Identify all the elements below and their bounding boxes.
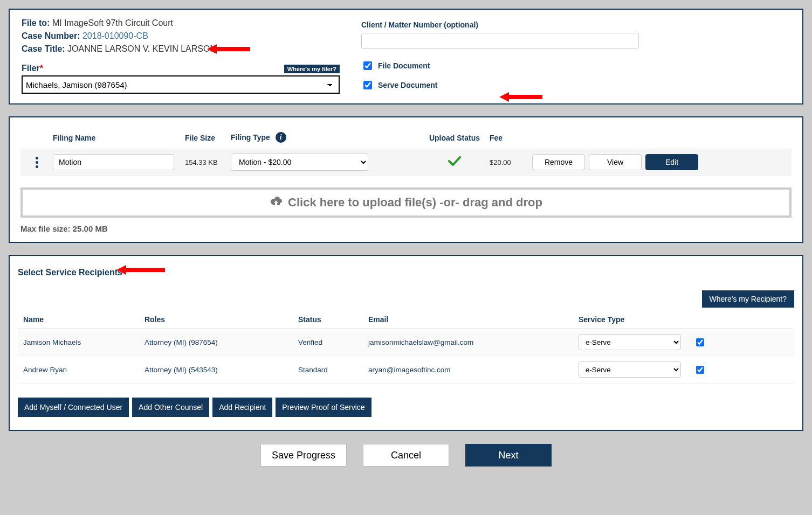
recipient-checkbox[interactable]: [696, 366, 704, 374]
filer-select[interactable]: Michaels, Jamison (987654): [22, 75, 340, 94]
service-type-select[interactable]: e-Serve: [579, 361, 681, 378]
col-filing-name: Filing Name: [53, 134, 185, 142]
rc-col-service-type: Service Type: [579, 315, 686, 324]
file-to-label: File to:: [22, 18, 50, 27]
footer-nav: Save Progress Cancel Next: [9, 444, 803, 467]
filing-fee-value: $20.00: [490, 158, 530, 166]
serve-document-label[interactable]: Serve Document: [378, 81, 437, 89]
preview-proof-button[interactable]: Preview Proof of Service: [276, 398, 371, 417]
filer-label-text: Filer: [22, 64, 40, 73]
case-number-label: Case Number:: [22, 31, 80, 40]
file-document-checkbox[interactable]: [363, 61, 372, 70]
next-button[interactable]: Next: [465, 444, 552, 467]
drag-handle-icon[interactable]: [20, 155, 53, 170]
recipient-row: Andrew RyanAttorney (MI) (543543)Standar…: [18, 356, 794, 384]
recipient-roles: Attorney (MI) (987654): [144, 338, 298, 346]
recipients-title: Select Service Recipients: [18, 268, 794, 277]
recipient-status: Standard: [298, 366, 368, 374]
recipient-email: aryan@imagesoftinc.com: [368, 366, 579, 374]
col-filing-type: Filing Type i: [231, 133, 419, 143]
filing-name-input[interactable]: [53, 154, 174, 170]
filing-row: 154.33 KB Motion - $20.00 $20.00 Remove …: [20, 149, 792, 176]
upload-dropzone[interactable]: Click here to upload file(s) -or- drag a…: [20, 187, 792, 218]
case-title-value: JOANNE LARSON V. KEVIN LARSON: [67, 44, 216, 53]
rc-col-name: Name: [23, 315, 144, 324]
recipient-roles: Attorney (MI) (543543): [144, 366, 298, 374]
recipient-row: Jamison MichaelsAttorney (MI) (987654)Ve…: [18, 329, 794, 356]
check-icon: [448, 155, 461, 169]
view-button[interactable]: View: [589, 154, 642, 170]
case-header-panel: File to: MI ImageSoft 97th Circuit Court…: [9, 9, 803, 105]
file-document-label[interactable]: File Document: [378, 61, 430, 70]
recipient-email: jamisonmichaelslaw@gmail.com: [368, 338, 579, 346]
recipient-name: Jamison Michaels: [23, 338, 144, 346]
rc-col-roles: Roles: [144, 315, 298, 324]
rc-col-status: Status: [298, 315, 368, 324]
add-recipient-button[interactable]: Add Recipient: [212, 398, 272, 417]
case-title-label: Case Title:: [22, 44, 65, 53]
edit-button[interactable]: Edit: [645, 154, 698, 170]
remove-button[interactable]: Remove: [532, 154, 585, 170]
filing-size-value: 154.33 KB: [185, 158, 231, 166]
serve-document-checkbox[interactable]: [363, 81, 372, 89]
col-fee: Fee: [490, 134, 530, 142]
info-icon[interactable]: i: [276, 132, 286, 143]
filer-label: Filer*: [22, 64, 43, 73]
add-myself-button[interactable]: Add Myself / Connected User: [18, 398, 129, 417]
col-filing-type-text: Filing Type: [231, 133, 270, 142]
case-number-value[interactable]: 2018-010090-CB: [82, 31, 148, 40]
upload-dropzone-text: Click here to upload file(s) -or- drag a…: [288, 196, 542, 210]
cancel-button[interactable]: Cancel: [363, 444, 449, 467]
rc-col-email: Email: [368, 315, 579, 324]
client-matter-input[interactable]: [361, 33, 639, 49]
upload-cloud-icon: [270, 197, 283, 208]
wheres-my-recipient-badge[interactable]: Where's my Recipient?: [702, 290, 795, 308]
add-other-counsel-button[interactable]: Add Other Counsel: [132, 398, 209, 417]
recipient-checkbox[interactable]: [696, 338, 704, 346]
client-matter-label: Client / Matter Number (optional): [361, 20, 790, 29]
recipient-name: Andrew Ryan: [23, 366, 144, 374]
recipient-status: Verified: [298, 338, 368, 346]
recipients-panel: Select Service Recipients Where's my Rec…: [9, 255, 803, 431]
file-to-value: MI ImageSoft 97th Circuit Court: [52, 18, 173, 27]
filings-panel: Filing Name File Size Filing Type i Uplo…: [9, 116, 803, 243]
col-file-size: File Size: [185, 134, 231, 142]
max-file-size: Max file size: 25.00 MB: [20, 224, 792, 233]
service-type-select[interactable]: e-Serve: [579, 334, 681, 350]
filing-type-select[interactable]: Motion - $20.00: [231, 154, 368, 171]
wheres-my-filer-badge[interactable]: Where's my filer?: [284, 65, 340, 73]
col-upload-status: Upload Status: [419, 134, 490, 142]
save-progress-button[interactable]: Save Progress: [260, 444, 347, 467]
